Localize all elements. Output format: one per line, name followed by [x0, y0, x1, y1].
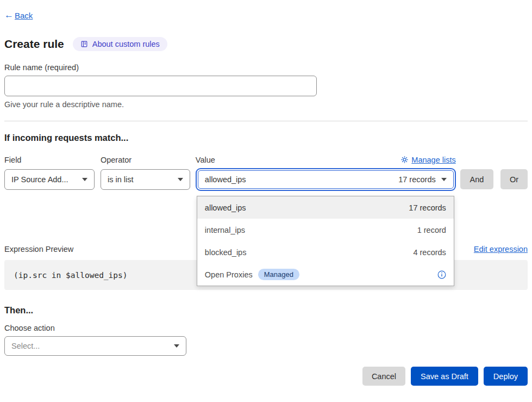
- list-item-name: blocked_ips: [205, 248, 247, 257]
- create-rule-page: ←Back Create rule About custom rules Rul…: [0, 0, 532, 386]
- match-row: Field IP Source Add... Operator is in li…: [4, 154, 528, 191]
- list-item[interactable]: internal_ips 1 record: [197, 219, 454, 241]
- back-link[interactable]: ←Back: [4, 10, 33, 21]
- rule-name-label: Rule name (required): [4, 63, 528, 72]
- caret-down-icon: [178, 178, 183, 181]
- then-heading: Then...: [4, 305, 528, 316]
- title-row: Create rule About custom rules: [4, 37, 528, 51]
- field-select[interactable]: IP Source Add...: [4, 169, 95, 190]
- section-divider: [4, 121, 528, 121]
- managed-badge: Managed: [258, 269, 299, 280]
- list-item[interactable]: allowed_ips 17 records: [197, 196, 454, 219]
- manage-lists-label: Manage lists: [411, 156, 455, 164]
- rule-name-group: Rule name (required) Give your rule a de…: [4, 63, 528, 109]
- operator-select-value: is in list: [108, 175, 134, 184]
- value-select-count: 17 records: [398, 175, 436, 184]
- field-column: Field IP Source Add...: [4, 154, 95, 190]
- about-badge-label: About custom rules: [92, 40, 160, 48]
- manage-lists-link[interactable]: Manage lists: [401, 156, 455, 164]
- operator-select[interactable]: is in list: [101, 169, 190, 190]
- page-title: Create rule: [4, 38, 64, 51]
- deploy-button[interactable]: Deploy: [484, 367, 528, 386]
- back-arrow-icon: ←: [4, 10, 14, 21]
- rule-name-helper: Give your rule a descriptive name.: [4, 100, 528, 109]
- expression-code: (ip.src in $allowed_ips): [14, 271, 128, 280]
- action-select[interactable]: Select...: [4, 336, 186, 356]
- caret-down-icon: [441, 178, 447, 181]
- list-item-name: allowed_ips: [205, 203, 246, 212]
- value-select-focus-ring: allowed_ips 17 records: [196, 168, 456, 191]
- book-icon: [80, 40, 88, 48]
- match-heading: If incoming requests match...: [4, 133, 528, 143]
- operator-column: Operator is in list: [101, 154, 190, 190]
- list-dropdown: allowed_ips 17 records internal_ips 1 re…: [197, 196, 454, 286]
- choose-action-label: Choose action: [4, 324, 528, 332]
- rule-name-input[interactable]: [4, 76, 317, 96]
- list-item-count: 1 record: [417, 226, 446, 234]
- caret-down-icon: [174, 344, 179, 348]
- and-button[interactable]: And: [460, 169, 494, 189]
- list-item-name: internal_ips: [205, 226, 245, 234]
- about-custom-rules-link[interactable]: About custom rules: [73, 37, 167, 51]
- cancel-button[interactable]: Cancel: [362, 367, 405, 386]
- action-select-placeholder: Select...: [11, 342, 40, 350]
- or-button[interactable]: Or: [500, 169, 528, 189]
- value-column: Value Manage lists: [196, 154, 456, 191]
- field-label: Field: [4, 156, 21, 164]
- value-label: Value: [196, 156, 215, 164]
- save-as-draft-button[interactable]: Save as Draft: [411, 367, 478, 386]
- list-item[interactable]: blocked_ips 4 records: [197, 241, 454, 263]
- gear-icon: [401, 156, 408, 163]
- list-item[interactable]: Open Proxies Managed: [197, 263, 454, 286]
- back-link-label: Back: [15, 11, 33, 20]
- info-icon[interactable]: [437, 270, 446, 279]
- list-item-name: Open Proxies: [205, 270, 253, 279]
- value-select-value: allowed_ips: [205, 175, 246, 184]
- operator-label: Operator: [101, 156, 132, 164]
- field-select-value: IP Source Add...: [11, 175, 68, 184]
- value-select[interactable]: allowed_ips 17 records: [198, 170, 454, 189]
- edit-expression-link[interactable]: Edit expression: [474, 245, 528, 253]
- caret-down-icon: [82, 178, 87, 181]
- list-item-count: 4 records: [413, 248, 446, 257]
- expression-preview-label: Expression Preview: [4, 245, 73, 253]
- footer-actions: Cancel Save as Draft Deploy: [4, 367, 528, 386]
- list-item-count: 17 records: [409, 203, 446, 212]
